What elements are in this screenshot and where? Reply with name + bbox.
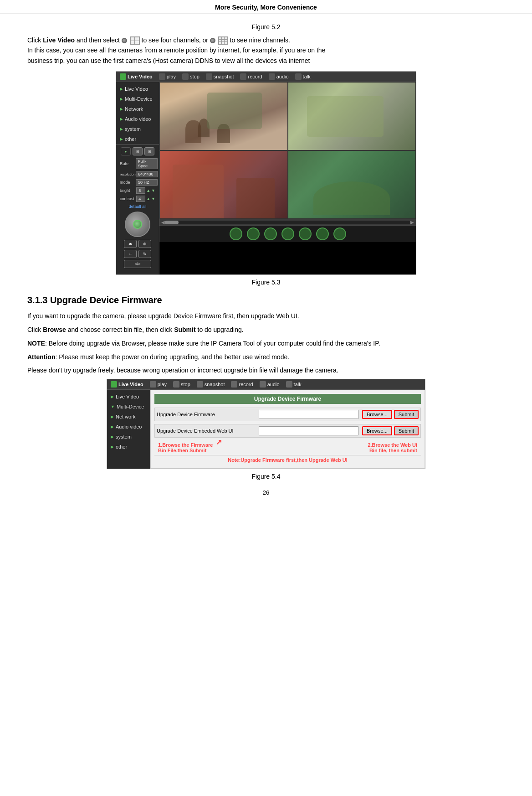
four-channel-icon	[130, 36, 140, 45]
toolbar2-record[interactable]: record	[231, 381, 253, 388]
sidebar-network[interactable]: ▶ Network	[116, 104, 159, 114]
toolbar2-snapshot[interactable]: snapshot	[197, 381, 225, 388]
sidebar-multi-device[interactable]: ▶ Multi-Device	[116, 94, 159, 104]
toolbar2-stop[interactable]: stop	[173, 381, 190, 388]
scroll-right-btn[interactable]: ▶	[410, 220, 414, 225]
upgrade-firmware-buttons: Browse... Submit	[362, 410, 419, 419]
sidebar2-multi-device[interactable]: ▼ Multi-Device	[107, 402, 150, 412]
sidebar2-live-video[interactable]: ▶ Live Video	[107, 392, 150, 402]
bottom-ctrl-row-3: </>	[118, 260, 157, 268]
joystick[interactable]	[125, 212, 150, 237]
upgrade-firmware-row: Upgrade Device Firmware Browse... Submit	[154, 408, 421, 421]
bright-setting: bright 8 ▲ ▼	[118, 186, 157, 195]
bright-up-btn[interactable]: ▲	[146, 188, 150, 193]
circle-icon-2	[210, 38, 215, 43]
ctrl-btn-1[interactable]: ⏏	[124, 240, 137, 248]
camera-toolbar-2: Live Video play stop snapshot record aud…	[107, 379, 425, 390]
upgrade-firmware-input[interactable]	[259, 410, 358, 419]
quad-view-btn[interactable]: ⊞	[133, 147, 143, 155]
contrast-up-btn[interactable]: ▲	[146, 196, 150, 201]
scrollbar-track[interactable]	[165, 221, 410, 224]
camera-ui-fig53: Live Video play stop snapshot record aud…	[116, 71, 416, 275]
page-number: 26	[27, 489, 505, 501]
single-view-btn[interactable]: ●	[121, 147, 131, 155]
circle-btn-6[interactable]	[316, 227, 329, 240]
upgrade-webui-input[interactable]	[259, 426, 358, 435]
toolbar-play[interactable]: play	[159, 73, 176, 80]
circle-btn-1[interactable]	[230, 227, 242, 240]
upgrade-para-5: Please don't try upgrade freely, because…	[27, 365, 505, 376]
browse-webui-btn[interactable]: Browse...	[362, 426, 392, 435]
toolbar-stop[interactable]: stop	[182, 73, 200, 80]
page-header: More Security, More Convenience	[0, 0, 532, 14]
circle-btn-4[interactable]	[281, 227, 294, 240]
circle-btn-7[interactable]	[333, 227, 346, 240]
circle-icon	[122, 38, 127, 43]
circle-btn-3[interactable]	[264, 227, 277, 240]
upgrade-webui-label: Upgrade Device Embeded Web UI	[157, 428, 255, 434]
sidebar2-system[interactable]: ▶ system	[107, 432, 150, 442]
sidebar-system[interactable]: ▶ system	[116, 124, 159, 134]
contrast-down-btn[interactable]: ▼	[151, 196, 155, 201]
sidebar2-audio-video[interactable]: ▶ Audio video	[107, 422, 150, 432]
joystick-inner	[133, 220, 142, 229]
contrast-setting: contrast 4 ▲ ▼	[118, 195, 157, 203]
camera-body-2: ▶ Live Video ▼ Multi-Device ▶ Net work ▶…	[107, 390, 425, 469]
ctrl-btn-4[interactable]: ↻	[138, 250, 151, 258]
upgrade-para-4: Attention: Please must keep the power on…	[27, 352, 505, 363]
sidebar2-other[interactable]: ▶ other	[107, 442, 150, 452]
toolbar-snapshot[interactable]: snapshot	[206, 73, 234, 80]
header-title: More Security, More Convenience	[215, 4, 317, 11]
camera-main-video: ◀ ▶	[159, 82, 416, 274]
toolbar-talk[interactable]: talk	[295, 73, 311, 80]
camera-bottom-toolbar	[159, 225, 416, 242]
video-channel-2	[288, 82, 416, 150]
figure-54-label: Figure 5.4	[27, 473, 505, 480]
bright-down-btn[interactable]: ▼	[151, 188, 155, 193]
sidebar-live-video[interactable]: ▶ Live Video	[116, 84, 159, 94]
submit-webui-btn[interactable]: Submit	[394, 426, 419, 435]
upgrade-panel: Upgrade Device Firmware Upgrade Device F…	[150, 390, 425, 469]
upgrade-para-3: NOTE: Before doing upgrade via Browser, …	[27, 338, 505, 349]
submit-firmware-btn[interactable]: Submit	[394, 410, 419, 419]
sidebar-audio-video[interactable]: ▶ Audio video	[116, 114, 159, 124]
ctrl-btn-2[interactable]: ⊕	[138, 240, 151, 248]
toolbar2-play[interactable]: play	[150, 381, 167, 388]
resolution-setting: resolution 640*480	[118, 170, 157, 178]
default-all-link[interactable]: default all	[118, 204, 157, 209]
toolbar-record[interactable]: record	[240, 73, 262, 80]
bottom-ctrl-row-1: ⏏ ⊕	[118, 240, 157, 248]
upgrade-note: Note:Upgrade Firmware first,then Upgrade…	[154, 455, 421, 465]
circle-btn-5[interactable]	[299, 227, 312, 240]
camera-body: ▶ Live Video ▶ Multi-Device ▶ Network ▶ …	[116, 82, 416, 274]
mode-setting: mode 50 HZ	[118, 178, 157, 186]
sidebar2-network[interactable]: ▶ Net work	[107, 412, 150, 422]
toolbar-live-video[interactable]: Live Video	[120, 73, 153, 80]
figure-52-label: Figure 5.2	[27, 23, 505, 31]
sidebar-other[interactable]: ▶ other	[116, 134, 159, 144]
scrollbar-thumb[interactable]	[165, 221, 179, 224]
upgrade-para-2: Click Browse and choose correct bin file…	[27, 325, 505, 336]
circle-btn-2[interactable]	[247, 227, 260, 240]
browse-firmware-btn[interactable]: Browse...	[362, 410, 392, 419]
nine-view-btn[interactable]: ⊞	[144, 147, 154, 155]
annotation-firmware: 1.Browse the Firmware Bin File,then Subm…	[158, 442, 213, 453]
toolbar2-live-video[interactable]: Live Video	[111, 381, 143, 388]
upgrade-para-1: If you want to upgrade the camera, pleas…	[27, 311, 505, 322]
scroll-left-btn[interactable]: ◀	[161, 220, 165, 225]
toolbar-audio[interactable]: audio	[269, 73, 289, 80]
toolbar2-audio[interactable]: audio	[260, 381, 280, 388]
upgrade-webui-row: Upgrade Device Embeded Web UI Browse... …	[154, 424, 421, 438]
view-mode-row: ● ⊞ ⊞	[118, 147, 157, 155]
video-grid	[159, 82, 416, 219]
page-content: Figure 5.2 Click Live Video and then sel…	[0, 14, 532, 519]
ctrl-btn-5[interactable]: </>	[124, 260, 151, 268]
video-channel-1	[159, 82, 288, 150]
upgrade-annotations: 1.Browse the Firmware Bin File,then Subm…	[154, 440, 421, 455]
ctrl-btn-3[interactable]: ↔	[124, 250, 137, 258]
camera-sidebar: ▶ Live Video ▶ Multi-Device ▶ Network ▶ …	[116, 82, 159, 274]
camera-toolbar: Live Video play stop snapshot record aud…	[116, 72, 416, 82]
camera-scrollbar[interactable]: ◀ ▶	[159, 219, 416, 225]
toolbar2-talk[interactable]: talk	[286, 381, 302, 388]
upgrade-panel-title: Upgrade Device Firmware	[154, 394, 421, 404]
